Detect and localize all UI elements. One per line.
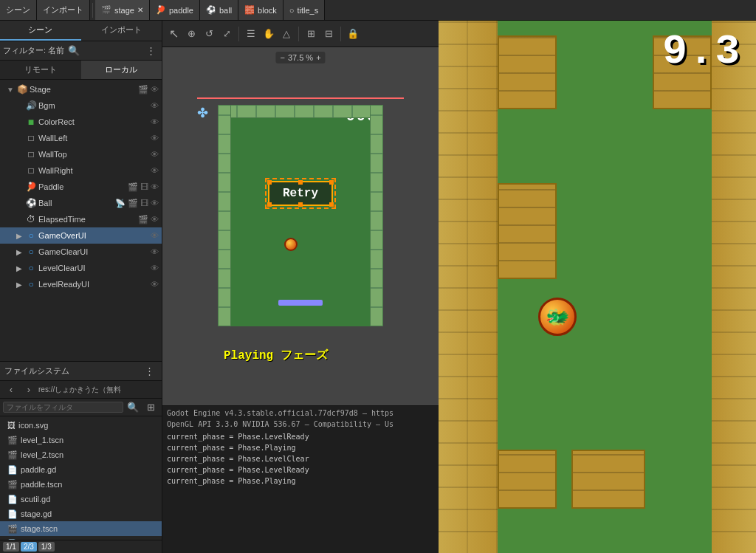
tree-item-paddle[interactable]: 🏓 Paddle 🎬 🎞 👁 <box>0 179 162 195</box>
filesystem-files: 🖼 icon.svg 🎬 level_1.tscn 🎬 level_2.tscn… <box>0 416 162 540</box>
page-indicators: 1/1 2/3 1/3 <box>0 540 162 553</box>
tree-icons-walltop: 👁 <box>151 150 162 159</box>
tab-stage-close[interactable]: ✕ <box>137 6 143 14</box>
fs-file-icon-svg[interactable]: 🖼 icon.svg <box>0 418 162 433</box>
toolbar-sep3 <box>340 27 341 41</box>
fs-label-paddle-gd: paddle.gd <box>21 465 56 474</box>
tool-rotate[interactable]: ↺ <box>201 26 217 42</box>
tab-ball-label: ball <box>219 6 232 15</box>
menu-import[interactable]: インポート <box>37 0 90 20</box>
wall-top <box>218 105 383 118</box>
console-line-2: current_phase = Phase.Playing <box>167 442 434 453</box>
game-area: 999 Retry <box>218 105 383 326</box>
tool-move[interactable]: ⊕ <box>183 26 199 42</box>
tool-lock[interactable]: 🔒 <box>345 26 361 42</box>
ball-sprite <box>284 238 298 251</box>
left-top-tabs: シーン インポート <box>0 21 162 41</box>
tree-item-levelreadyui[interactable]: ▶ ○ LevelReadyUI 👁 <box>0 276 162 292</box>
tree-item-elapsedtime[interactable]: ⏱ ElapsedTime 🎬 👁 <box>0 211 162 227</box>
tool-select[interactable]: ↖ <box>165 26 182 42</box>
tree-icons-levelclearui: 👁 <box>151 264 162 272</box>
fs-layout-icon[interactable]: ⊞ <box>142 399 159 416</box>
console-line-5: current_phase = Phase.Playing <box>167 475 434 487</box>
retry-button[interactable]: Retry <box>268 181 333 206</box>
tool-scale[interactable]: ⤢ <box>219 26 235 42</box>
page-badge-2[interactable]: 2/3 <box>21 542 37 552</box>
tree-item-gameclearui[interactable]: ▶ ○ GameClearUI 👁 <box>0 244 162 260</box>
filesystem-nav: ‹ › res://しょかきうた（無料 <box>0 381 162 399</box>
filter-options-icon[interactable]: ⋮ <box>142 43 159 59</box>
tab-title-s[interactable]: ○ title_s <box>284 0 325 20</box>
tree-item-stage[interactable]: ▼ 📦 Stage 🎬 👁 <box>0 81 162 97</box>
page-badge-1[interactable]: 1/1 <box>3 542 19 552</box>
tree-icons-paddle: 🎬 🎞 👁 <box>128 182 162 192</box>
rp-right-wall-texture <box>712 21 756 553</box>
scene-tree: ▼ 📦 Stage 🎬 👁 🔊 Bgm 👁 ■ ColorRect 👁 <box>0 80 162 361</box>
snap-icon: ✤ <box>197 105 208 121</box>
tab-paddle[interactable]: 🏓 paddle <box>150 0 200 20</box>
rp-block-bl-tex <box>499 451 555 507</box>
handle-br <box>329 202 334 207</box>
fs-back-icon[interactable]: ‹ <box>3 382 19 398</box>
tree-item-ball[interactable]: ⚽ Ball 📡 🎬 🎞 👁 <box>0 195 162 211</box>
tree-item-levelclearui[interactable]: ▶ ○ LevelClearUI 👁 <box>0 260 162 276</box>
zoom-out-icon[interactable]: − <box>280 53 284 62</box>
console-line-4: current_phase = Phase.LevelReady <box>167 464 434 475</box>
rp-block-bl <box>498 450 557 509</box>
tree-item-walltop[interactable]: □ WallTop 👁 <box>0 146 162 162</box>
page-badge-3[interactable]: 1/3 <box>38 542 55 552</box>
tree-icons-gameclearui: 👁 <box>151 247 162 256</box>
fs-file-scutil[interactable]: 📄 scutil.gd <box>0 492 162 506</box>
tree-item-bgm[interactable]: 🔊 Bgm 👁 <box>0 97 162 114</box>
tree-icon-gameclearui: ○ <box>26 247 36 257</box>
fs-file-paddle-tscn[interactable]: 🎬 paddle.tscn <box>0 477 162 492</box>
remote-tab[interactable]: リモート <box>0 61 81 79</box>
tab-ball[interactable]: ⚽ ball <box>200 0 238 20</box>
local-tab[interactable]: ローカル <box>81 61 162 79</box>
tree-arrow-gameclearui: ▶ <box>15 248 24 256</box>
left-tab-scene[interactable]: シーン <box>0 21 81 41</box>
wall-left <box>218 105 231 326</box>
fs-file-stage-tscn[interactable]: 🎬 stage.tscn <box>0 521 162 536</box>
fs-forward-icon[interactable]: › <box>21 382 37 398</box>
tree-item-colorrect[interactable]: ■ ColorRect 👁 <box>0 114 162 130</box>
console-area: Godot Engine v4.3.stable.official.77dcf9… <box>162 405 439 553</box>
tree-item-wallright[interactable]: □ WallRight 👁 <box>0 162 162 179</box>
tree-icons-bgm: 👁 <box>151 101 162 110</box>
tool-remove[interactable]: ⊟ <box>320 26 337 42</box>
console-header: Godot Engine v4.3.stable.official.77dcf9… <box>167 409 434 417</box>
fs-file-level2[interactable]: 🎬 level_2.tscn <box>0 447 162 462</box>
tab-block[interactable]: 🧱 block <box>238 0 284 20</box>
filesystem-filter-input[interactable] <box>3 402 123 413</box>
tab-paddle-icon: 🏓 <box>156 5 166 15</box>
tree-icons-ball: 📡 🎬 🎞 👁 <box>115 199 162 208</box>
tool-add[interactable]: ⊞ <box>303 26 319 42</box>
tab-stage[interactable]: 🎬 stage ✕ <box>95 0 150 20</box>
tool-smart[interactable]: ☰ <box>243 26 259 42</box>
tool-pan[interactable]: ✋ <box>261 26 277 42</box>
fs-icon-level1: 🎬 <box>7 436 18 445</box>
handle-bl <box>267 202 272 207</box>
top-menu-bar: シーン インポート 🎬 stage ✕ 🏓 paddle ⚽ ball 🧱 bl… <box>0 0 756 21</box>
viewport-toolbar: ↖ ⊕ ↺ ⤢ ☰ ✋ △ ⊞ ⊟ 🔒 <box>162 21 439 47</box>
zoom-in-icon[interactable]: + <box>316 53 320 62</box>
tree-label-stage: Stage <box>30 85 51 94</box>
center-panel: ↖ ⊕ ↺ ⤢ ☰ ✋ △ ⊞ ⊟ 🔒 − <box>162 21 439 553</box>
fs-file-level1[interactable]: 🎬 level_1.tscn <box>0 433 162 447</box>
menu-scene[interactable]: シーン <box>0 0 37 20</box>
tree-item-gameoverui[interactable]: ▶ ○ GameOverUI 👁 <box>0 227 162 244</box>
filesystem-title: ファイルシステム <box>4 365 69 377</box>
handle-tc <box>298 180 303 185</box>
filesystem-header: ファイルシステム ⋮ <box>0 362 162 381</box>
fs-label-scutil: scutil.gd <box>21 495 50 504</box>
tree-icons-gameoverui: 👁 <box>151 231 162 240</box>
fs-file-stage-gd[interactable]: 📄 stage.gd <box>0 506 162 521</box>
fs-file-paddle-gd[interactable]: 📄 paddle.gd <box>0 462 162 477</box>
tree-item-wallleft[interactable]: □ WallLeft 👁 <box>0 130 162 146</box>
tool-anchor[interactable]: △ <box>278 26 295 42</box>
fs-options-icon[interactable]: ⋮ <box>141 363 157 379</box>
filter-icon[interactable]: 🔍 <box>66 43 82 59</box>
fs-search-icon[interactable]: 🔍 <box>125 399 141 416</box>
paddle-sprite <box>278 300 323 306</box>
left-tab-import[interactable]: インポート <box>81 21 162 41</box>
